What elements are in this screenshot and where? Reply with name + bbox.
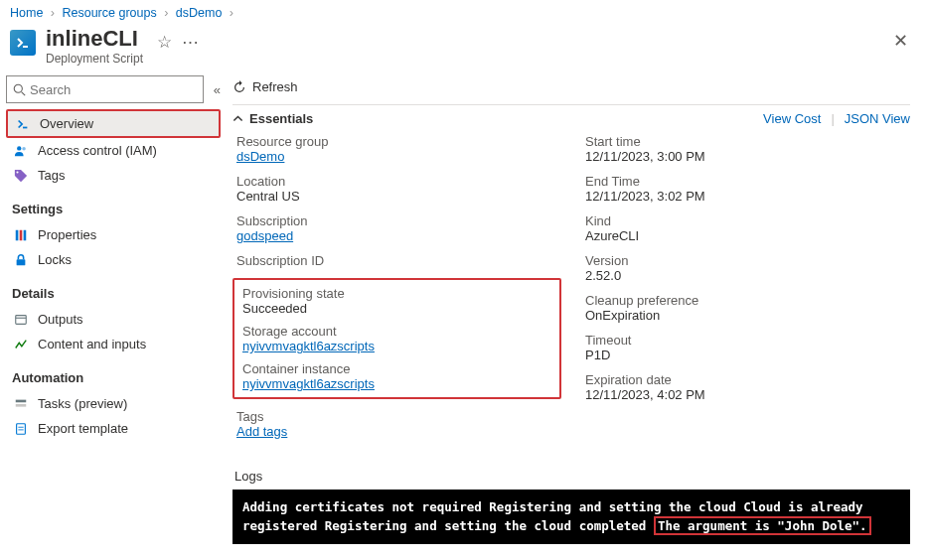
logs-highlighted-text: The argument is "John Dole". — [654, 516, 871, 535]
field-label-cleanup: Cleanup preference — [585, 293, 910, 308]
field-label-subscription-id: Subscription ID — [236, 253, 561, 268]
field-value-version: 2.52.0 — [585, 268, 910, 283]
main-pane: Refresh Essentials View Cost | JSON View… — [227, 73, 928, 554]
svg-point-5 — [22, 147, 26, 151]
close-icon[interactable]: ✕ — [893, 30, 908, 52]
tasks-icon — [14, 397, 30, 411]
field-label-tags: Tags — [236, 409, 561, 424]
sidebar-item-overview[interactable]: Overview — [6, 109, 221, 138]
svg-rect-14 — [16, 404, 27, 407]
field-value-location: Central US — [236, 189, 561, 204]
field-label-location: Location — [236, 174, 561, 189]
sidebar-item-label: Overview — [40, 116, 93, 131]
sidebar-item-label: Tasks (preview) — [38, 396, 127, 411]
nav-group-automation: Automation — [12, 370, 215, 385]
field-value-storage-account[interactable]: nyivvmvagktl6azscripts — [242, 339, 375, 353]
sidebar-item-outputs[interactable]: Outputs — [6, 307, 221, 332]
nav-group-details: Details — [12, 286, 215, 301]
refresh-button[interactable]: Refresh — [232, 79, 298, 94]
svg-point-1 — [14, 84, 22, 92]
chevron-up-icon — [232, 113, 243, 124]
field-label-timeout: Timeout — [585, 333, 910, 348]
deployment-script-icon — [10, 30, 36, 56]
essentials-toggle[interactable]: Essentials — [232, 111, 313, 126]
sidebar-item-content-inputs[interactable]: Content and inputs — [6, 332, 221, 356]
field-value-kind: AzureCLI — [585, 228, 910, 243]
chevron-right-icon: › — [230, 6, 233, 20]
sidebar-item-tags[interactable]: Tags — [6, 163, 221, 188]
field-value-subscription[interactable]: godspeed — [236, 228, 293, 243]
sidebar-item-label: Locks — [38, 252, 72, 267]
sidebar-item-label: Properties — [38, 227, 96, 242]
sidebar-item-tasks[interactable]: Tasks (preview) — [6, 391, 221, 416]
json-view-link[interactable]: JSON View — [845, 111, 910, 126]
people-icon — [14, 144, 30, 158]
sidebar-item-properties[interactable]: Properties — [6, 222, 221, 247]
sidebar-item-label: Outputs — [38, 312, 83, 327]
refresh-label: Refresh — [252, 79, 298, 94]
svg-rect-10 — [17, 259, 26, 265]
more-actions-icon[interactable]: ⋯ — [182, 32, 199, 53]
sidebar-item-locks[interactable]: Locks — [6, 247, 221, 272]
search-icon — [13, 83, 26, 96]
separator: | — [831, 111, 834, 126]
svg-rect-11 — [16, 315, 27, 324]
content-icon — [14, 338, 30, 351]
field-label-version: Version — [585, 253, 910, 268]
field-label-subscription: Subscription — [236, 213, 561, 228]
collapse-sidebar-icon[interactable]: « — [214, 82, 221, 97]
field-value-end-time: 12/11/2023, 3:02 PM — [585, 189, 910, 204]
svg-rect-13 — [16, 399, 27, 402]
field-label-rg: Resource group — [236, 134, 561, 149]
field-value-provisioning-state: Succeeded — [242, 301, 555, 316]
svg-point-6 — [16, 171, 18, 173]
sidebar-item-label: Export template — [38, 421, 128, 436]
field-label-end-time: End Time — [585, 174, 910, 189]
breadcrumb: Home › Resource groups › dsDemo › — [0, 0, 928, 22]
field-label-expiration: Expiration date — [585, 372, 910, 387]
essentials-label: Essentials — [249, 111, 313, 126]
properties-icon — [14, 228, 30, 242]
highlighted-section: Provisioning state Succeeded Storage acc… — [232, 278, 561, 399]
search-input[interactable] — [30, 82, 197, 97]
logs-label: Logs — [234, 469, 910, 484]
sidebar-item-label: Content and inputs — [38, 337, 146, 351]
field-value-rg[interactable]: dsDemo — [236, 149, 284, 164]
field-value-start-time: 12/11/2023, 3:00 PM — [585, 149, 910, 164]
refresh-icon — [232, 80, 246, 94]
crumb-home[interactable]: Home — [10, 6, 43, 20]
view-cost-link[interactable]: View Cost — [763, 111, 821, 126]
field-value-container-instance[interactable]: nyivvmvagktl6azscripts — [242, 376, 375, 391]
svg-line-2 — [22, 91, 26, 95]
field-label-storage-account: Storage account — [242, 324, 555, 339]
sidebar-item-iam[interactable]: Access control (IAM) — [6, 138, 221, 163]
field-value-timeout: P1D — [585, 348, 910, 362]
sidebar-item-label: Tags — [38, 168, 65, 183]
page-title: inlineCLI — [46, 26, 143, 52]
add-tags-link[interactable]: Add tags — [236, 424, 287, 439]
tag-icon — [14, 169, 30, 183]
svg-rect-8 — [20, 229, 23, 240]
page-subtitle: Deployment Script — [46, 52, 143, 66]
sidebar-item-label: Access control (IAM) — [38, 143, 157, 158]
field-label-provisioning-state: Provisioning state — [242, 286, 555, 301]
overview-icon — [16, 117, 32, 131]
field-label-kind: Kind — [585, 213, 910, 228]
nav-group-settings: Settings — [12, 202, 215, 216]
chevron-right-icon: › — [51, 6, 55, 20]
svg-rect-15 — [17, 423, 26, 434]
svg-rect-9 — [24, 229, 27, 240]
sidebar-item-export-template[interactable]: Export template — [6, 416, 221, 441]
crumb-resource-groups[interactable]: Resource groups — [62, 6, 156, 20]
chevron-right-icon: › — [164, 6, 168, 20]
sidebar: « Overview Access control (IAM) Tags Set… — [0, 73, 227, 554]
field-label-start-time: Start time — [585, 134, 910, 149]
outputs-icon — [14, 313, 30, 327]
logs-output: Adding certificates not required Registe… — [232, 490, 910, 544]
export-template-icon — [14, 422, 30, 436]
field-label-container-instance: Container instance — [242, 361, 555, 376]
favorite-star-icon[interactable]: ☆ — [157, 32, 172, 53]
crumb-dsdemo[interactable]: dsDemo — [176, 6, 223, 20]
search-box[interactable] — [6, 75, 204, 103]
svg-rect-7 — [16, 229, 19, 240]
